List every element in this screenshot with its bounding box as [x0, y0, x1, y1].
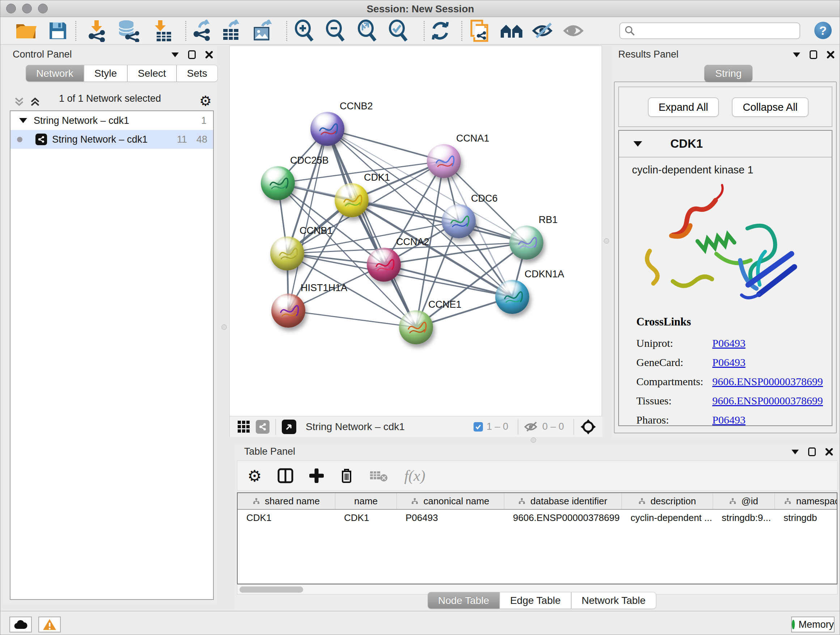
crosslink-tissues-link[interactable]: 9606.ENSP00000378699 — [712, 394, 823, 407]
column-header-databaseidentifier[interactable]: database identifier — [504, 493, 622, 509]
crosslink-pharos-link[interactable]: P06493 — [712, 414, 745, 426]
table-row[interactable]: CDK1CDK1P064939606.ENSP00000378699cyclin… — [238, 510, 837, 526]
export-table-button[interactable] — [220, 19, 242, 42]
network-row[interactable]: String Network – cdk1 11 48 — [11, 130, 213, 149]
network-node-cdkn1a[interactable] — [495, 280, 529, 314]
tab-string[interactable]: String — [704, 65, 752, 82]
expand-all-button[interactable]: Expand All — [648, 97, 719, 117]
selected-checkbox[interactable] — [474, 422, 483, 432]
import-network-button[interactable] — [87, 19, 108, 42]
panel-float-icon[interactable] — [791, 450, 799, 454]
column-header-name[interactable]: name — [335, 493, 397, 509]
eye-slash-icon — [532, 21, 554, 40]
refresh-button[interactable] — [430, 21, 450, 41]
network-options-gear-icon[interactable]: ⚙ — [199, 93, 212, 109]
hidden-eye-slash-icon[interactable] — [524, 421, 538, 433]
memory-button[interactable]: Memory — [791, 616, 835, 632]
table-cell[interactable]: CDK1 — [335, 510, 397, 526]
scrollbar-thumb[interactable] — [240, 586, 303, 593]
delete-column-icon[interactable] — [340, 468, 354, 484]
network-collection-row[interactable]: String Network – cdk1 1 — [11, 111, 213, 130]
show-all-button[interactable] — [563, 21, 584, 40]
grid-view-icon[interactable] — [237, 420, 251, 434]
birds-eye-view-icon[interactable] — [282, 420, 296, 434]
network-edge[interactable] — [327, 129, 416, 327]
zoom-in-button[interactable] — [294, 19, 314, 42]
crosslink-uniprot-link[interactable]: P06493 — [712, 337, 745, 349]
warnings-button[interactable] — [38, 616, 61, 632]
tab-style[interactable]: Style — [84, 65, 127, 82]
hide-selected-button[interactable] — [532, 21, 554, 40]
panel-close-icon[interactable] — [825, 448, 833, 456]
network-node-ccna1[interactable] — [427, 144, 461, 178]
show-columns-icon[interactable] — [278, 468, 294, 483]
zoom-fit-button[interactable] — [356, 19, 377, 42]
panel-undock-icon[interactable] — [810, 50, 817, 59]
splitter-handle[interactable] — [531, 437, 536, 443]
tab-network-table[interactable]: Network Table — [571, 592, 656, 609]
table-cell[interactable]: 9606.ENSP00000378699 — [504, 510, 622, 526]
network-node-ccne1[interactable] — [399, 310, 433, 344]
import-table-button[interactable] — [152, 19, 172, 42]
pan-crosshair-icon[interactable] — [580, 418, 597, 435]
tab-select[interactable]: Select — [127, 65, 177, 82]
node-label-cdk1: CDK1 — [364, 172, 390, 183]
first-neighbors-button[interactable] — [499, 21, 524, 40]
column-header-sharedname[interactable]: shared name — [238, 493, 335, 509]
clone-network-button[interactable] — [469, 19, 490, 42]
column-header-namespace[interactable]: namespace — [775, 493, 837, 509]
tab-sets[interactable]: Sets — [177, 65, 218, 82]
network-node-ccna2[interactable] — [367, 248, 401, 282]
tab-network[interactable]: Network — [26, 65, 84, 82]
panel-float-icon[interactable] — [793, 52, 800, 57]
tab-edge-table[interactable]: Edge Table — [500, 592, 571, 609]
table-cell[interactable]: stringdb — [775, 510, 837, 526]
crosslink-compartments-link[interactable]: 9606.ENSP00000378699 — [712, 375, 823, 388]
network-canvas[interactable]: CCNB2CCNA1CDC25BCDK1CDC6RB1CCNB1CCNA2CDK… — [230, 46, 602, 416]
network-view-mode-icon[interactable] — [256, 420, 270, 434]
column-header-id[interactable]: @id — [713, 493, 775, 509]
network-node-ccnb2[interactable] — [310, 112, 344, 146]
add-column-icon[interactable] — [309, 469, 324, 483]
zoom-out-button[interactable] — [325, 19, 346, 42]
save-session-button[interactable] — [48, 21, 68, 41]
table-cell[interactable]: CDK1 — [238, 510, 335, 526]
table-cell[interactable]: stringdb:9... — [713, 510, 775, 526]
export-network-button[interactable] — [191, 19, 214, 42]
gene-section-header[interactable]: CDK1 — [619, 131, 832, 157]
cloud-status-button[interactable] — [9, 616, 32, 632]
import-network-from-database-button[interactable] — [117, 19, 141, 42]
zoom-selected-button[interactable] — [387, 19, 409, 42]
crosslink-genecard-link[interactable]: P06493 — [712, 356, 745, 369]
table-cell[interactable]: P06493 — [397, 510, 504, 526]
toolbar-separator — [275, 419, 276, 435]
network-node-ccnb1[interactable] — [270, 236, 304, 271]
tab-node-table[interactable]: Node Table — [428, 592, 500, 609]
network-node-cdk1[interactable] — [335, 183, 369, 217]
network-node-hist1h1a[interactable] — [271, 294, 305, 328]
column-header-canonicalname[interactable]: canonical name — [397, 493, 504, 509]
table-options-gear-icon[interactable]: ⚙ — [248, 467, 262, 485]
table-cell[interactable]: cyclin-dependent ... — [622, 510, 713, 526]
help-button[interactable]: ? — [814, 22, 832, 39]
panel-close-icon[interactable] — [827, 51, 835, 59]
panel-undock-icon[interactable] — [808, 448, 816, 456]
crosslink-label: Pharos: — [636, 414, 712, 426]
splitter-handle[interactable] — [221, 325, 227, 330]
network-node-cdc6[interactable] — [442, 204, 476, 238]
tree-expander-icon[interactable] — [19, 118, 27, 123]
panel-undock-icon[interactable] — [188, 50, 196, 59]
column-header-description[interactable]: description — [622, 493, 713, 509]
panel-float-icon[interactable] — [172, 52, 179, 57]
panel-close-icon[interactable] — [205, 51, 213, 59]
network-edge[interactable] — [288, 310, 416, 327]
network-node-cdc25b[interactable] — [261, 166, 295, 200]
network-node-rb1[interactable] — [509, 226, 543, 260]
export-image-button[interactable] — [251, 19, 273, 42]
open-session-button[interactable] — [15, 21, 37, 40]
section-collapse-icon[interactable] — [633, 141, 642, 147]
search-input[interactable] — [619, 22, 800, 39]
function-builder-icon-disabled: f(x) — [404, 467, 425, 485]
splitter-handle[interactable] — [604, 238, 609, 244]
collapse-all-button[interactable]: Collapse All — [732, 97, 808, 117]
